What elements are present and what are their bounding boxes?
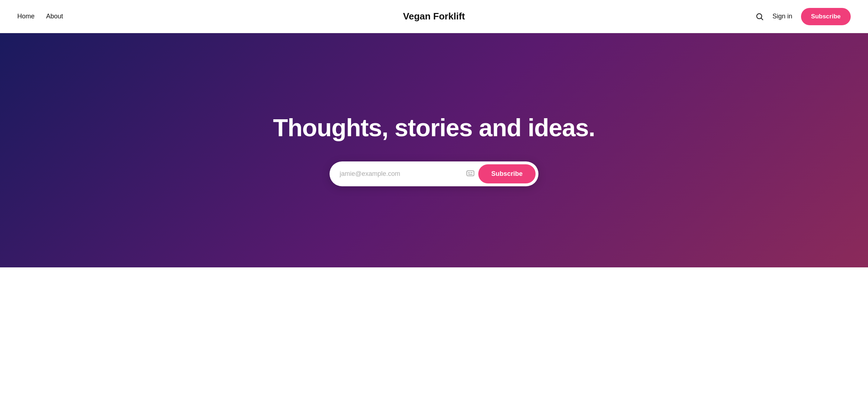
svg-rect-3 — [468, 172, 470, 173]
hero-headline: Thoughts, stories and ideas. — [273, 114, 595, 141]
subscribe-form: Subscribe — [330, 161, 538, 186]
svg-rect-4 — [470, 172, 473, 173]
hero-section: Thoughts, stories and ideas. Subscribe — [0, 33, 868, 267]
nav-right: Sign in Subscribe — [755, 8, 851, 25]
site-title: Vegan Forklift — [403, 11, 465, 22]
search-button[interactable] — [755, 12, 764, 21]
nav-about-link[interactable]: About — [46, 13, 63, 20]
sign-in-link[interactable]: Sign in — [773, 13, 792, 20]
autofill-icon — [465, 169, 475, 179]
nav-center: Vegan Forklift — [403, 11, 465, 22]
svg-rect-2 — [467, 171, 474, 176]
svg-line-1 — [761, 18, 762, 19]
search-icon — [755, 12, 764, 21]
hero-subscribe-button[interactable]: Subscribe — [478, 164, 536, 183]
nav-subscribe-button[interactable]: Subscribe — [801, 8, 851, 25]
svg-point-0 — [757, 14, 762, 19]
navbar: Home About Vegan Forklift Sign in Subscr… — [0, 0, 868, 33]
email-input[interactable] — [340, 170, 465, 178]
nav-left: Home About — [17, 13, 63, 20]
svg-rect-5 — [468, 174, 473, 175]
nav-home-link[interactable]: Home — [17, 13, 35, 20]
